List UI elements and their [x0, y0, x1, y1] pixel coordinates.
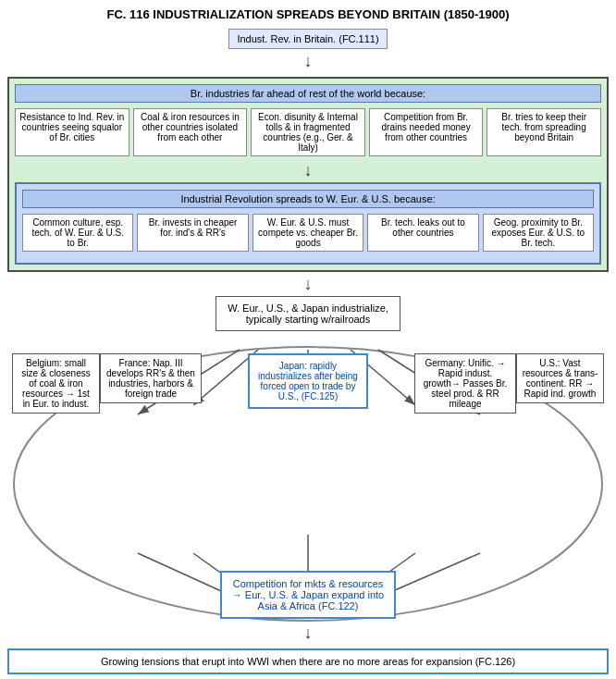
ir-spreads-header: Industrial Revolution spreads to W. Eur.… [22, 190, 594, 208]
ir-reason-4: Br. tech. leaks out to other countries [367, 214, 478, 252]
germany-box: Germany: Unific. → Rapid indust. growth→… [414, 353, 516, 414]
reason-cell-5: Br. tries to keep their tech. from sprea… [487, 108, 601, 156]
ir-reason-2: Br. invests in cheaper for. ind's & RR's [137, 214, 248, 252]
ir-reason-5: Geog. proximity to Br. exposes Eur. & U.… [483, 214, 594, 252]
japan-box: Japan: rapidly industrializes after bein… [248, 353, 368, 409]
reason-cell-1: Resistance to Ind. Rev. in countries see… [15, 108, 129, 156]
arrow-down-1: ↓ [304, 53, 313, 69]
reasons-row: Resistance to Ind. Rev. in countries see… [15, 108, 601, 156]
ir-reason-1: Common culture, esp. tech. of W. Eur. & … [22, 214, 133, 252]
reason-cell-3: Econ. disunity & Internal tolls & in fra… [251, 108, 365, 156]
main-green-box: Br. industries far ahead of rest of the … [7, 77, 609, 272]
ir-reason-3: W. Eur. & U.S. must compete vs. cheaper … [253, 214, 363, 252]
arrow-down-2: ↓ [15, 162, 601, 179]
reason-cell-4: Competition from Br. drains needed money… [369, 108, 484, 156]
indust-rev-node: Indust. Rev. in Britain. (FC.111) [228, 29, 387, 49]
ir-spreads-box: Industrial Revolution spreads to W. Eur.… [15, 182, 601, 265]
competition-box: Competition for mkts & resources → Eur.,… [220, 571, 396, 619]
br-industries-header: Br. industries far ahead of rest of the … [15, 84, 601, 103]
bottom-box: Growing tensions that erupt into WWI whe… [7, 648, 609, 674]
france-box: France: Nap. III develops RR's & then in… [100, 353, 202, 403]
reason-cell-2: Coal & iron resources in other countries… [133, 108, 248, 156]
page-title: FC. 116 INDUSTRIALIZATION SPREADS BEYOND… [7, 7, 609, 21]
ir-spreads-reasons-row: Common culture, esp. tech. of W. Eur. & … [22, 214, 594, 252]
us-box: U.S.: Vast resources & trans-continent. … [516, 353, 604, 403]
arrow-down-3: ↓ [7, 276, 609, 292]
center-node: W. Eur., U.S., & Japan industrialize, ty… [216, 296, 400, 331]
belgium-box: Belgium: small size & closeness of coal … [12, 353, 100, 414]
